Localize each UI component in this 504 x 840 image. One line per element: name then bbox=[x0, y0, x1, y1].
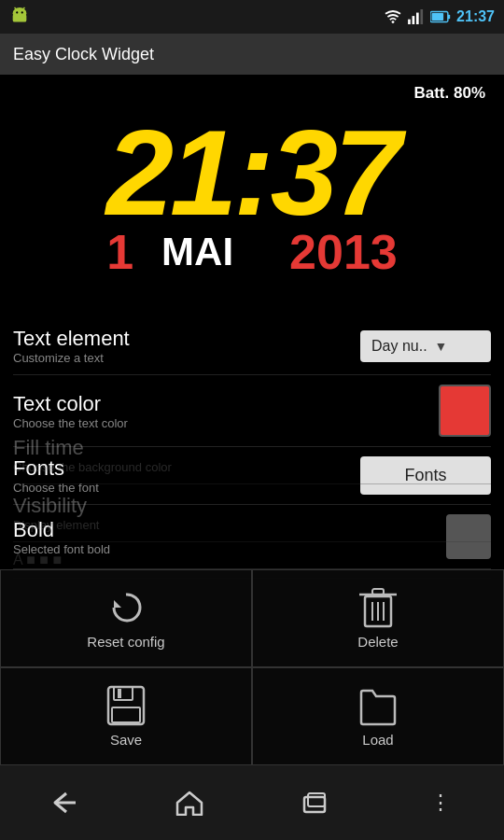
svg-point-6 bbox=[392, 21, 395, 23]
wifi-icon bbox=[384, 9, 402, 24]
fill-time-row: Fill time Choose the background color bbox=[13, 427, 491, 484]
more-button[interactable]: ⋮ bbox=[413, 779, 469, 826]
fill-time-sub: Choose the background color bbox=[13, 460, 491, 474]
svg-rect-23 bbox=[112, 707, 140, 722]
battery-label: Batt. 80% bbox=[413, 84, 485, 103]
svg-rect-27 bbox=[308, 793, 325, 806]
svg-rect-22 bbox=[114, 687, 133, 700]
battery-icon bbox=[430, 10, 451, 23]
text-element-labels: Text element Customize a text bbox=[13, 327, 360, 365]
svg-line-5 bbox=[23, 7, 25, 9]
home-button[interactable] bbox=[161, 779, 217, 826]
app-title: Easy Clock Widget bbox=[13, 45, 154, 64]
text-color-labels: Text color Choose the text color bbox=[13, 392, 439, 430]
save-action[interactable]: Save bbox=[0, 667, 252, 765]
svg-rect-8 bbox=[413, 16, 415, 24]
text-element-row: Text element Customize a text Day nu.. ▼ bbox=[13, 317, 491, 375]
svg-rect-17 bbox=[372, 589, 384, 595]
text-element-label: Text element bbox=[13, 327, 360, 351]
dropdown-value: Day nu.. bbox=[371, 338, 427, 355]
status-bar: 21:37 bbox=[0, 0, 504, 34]
dimmed-settings: Fill time Choose the background color Vi… bbox=[0, 427, 504, 579]
clock-date: 1 MAI 2013 bbox=[106, 224, 398, 280]
visibility-sub: Display element bbox=[13, 518, 491, 532]
delete-icon bbox=[359, 587, 397, 628]
recent-icon bbox=[302, 791, 329, 814]
reset-icon bbox=[105, 587, 147, 628]
svg-rect-24 bbox=[118, 689, 121, 698]
title-bar: Easy Clock Widget bbox=[0, 34, 504, 75]
svg-rect-10 bbox=[421, 9, 424, 24]
home-icon bbox=[175, 790, 203, 816]
signal-icon bbox=[408, 9, 425, 24]
clock-widget: Batt. 80% 21:37 1 MAI 2013 bbox=[0, 75, 504, 317]
reset-config-action[interactable]: Reset config bbox=[0, 569, 252, 667]
save-icon bbox=[106, 685, 146, 726]
more-dots-icon: ⋮ bbox=[430, 791, 452, 815]
status-right: 21:37 bbox=[384, 8, 495, 25]
svg-rect-7 bbox=[408, 20, 411, 24]
bottom-navigation: ⋮ bbox=[0, 765, 504, 840]
visibility-row: Visibility Display element bbox=[13, 484, 491, 542]
reset-label: Reset config bbox=[87, 634, 164, 650]
visibility-label: Visibility bbox=[13, 494, 491, 518]
svg-point-2 bbox=[16, 11, 18, 13]
android-icon bbox=[9, 7, 30, 27]
extra-label: A ■ ■ ■ bbox=[13, 552, 491, 568]
back-icon bbox=[49, 791, 77, 814]
chevron-down-icon: ▼ bbox=[435, 339, 448, 354]
svg-line-4 bbox=[15, 7, 17, 9]
svg-rect-12 bbox=[448, 15, 450, 20]
status-time: 21:37 bbox=[456, 8, 495, 25]
svg-marker-14 bbox=[114, 600, 121, 608]
clock-month: MAI bbox=[161, 230, 233, 274]
delete-action[interactable]: Delete bbox=[252, 569, 504, 667]
svg-rect-1 bbox=[13, 14, 27, 21]
delete-label: Delete bbox=[357, 634, 398, 650]
action-grid: Reset config Delete Save bbox=[0, 569, 504, 765]
back-button[interactable] bbox=[35, 779, 91, 826]
recent-button[interactable] bbox=[287, 779, 343, 826]
fill-time-label: Fill time bbox=[13, 436, 491, 460]
load-icon bbox=[357, 685, 399, 726]
text-element-sublabel: Customize a text bbox=[13, 351, 360, 365]
clock-day-num: 1 bbox=[106, 224, 133, 280]
clock-time: 21:37 bbox=[106, 112, 399, 233]
svg-rect-13 bbox=[432, 13, 444, 21]
svg-rect-9 bbox=[416, 13, 419, 24]
clock-year: 2013 bbox=[289, 224, 398, 280]
text-color-label: Text color bbox=[13, 392, 439, 416]
load-label: Load bbox=[362, 732, 393, 748]
text-element-dropdown[interactable]: Day nu.. ▼ bbox=[360, 330, 491, 362]
status-left bbox=[9, 7, 30, 27]
load-action[interactable]: Load bbox=[252, 667, 504, 765]
save-label: Save bbox=[110, 732, 142, 748]
svg-point-3 bbox=[21, 11, 23, 13]
